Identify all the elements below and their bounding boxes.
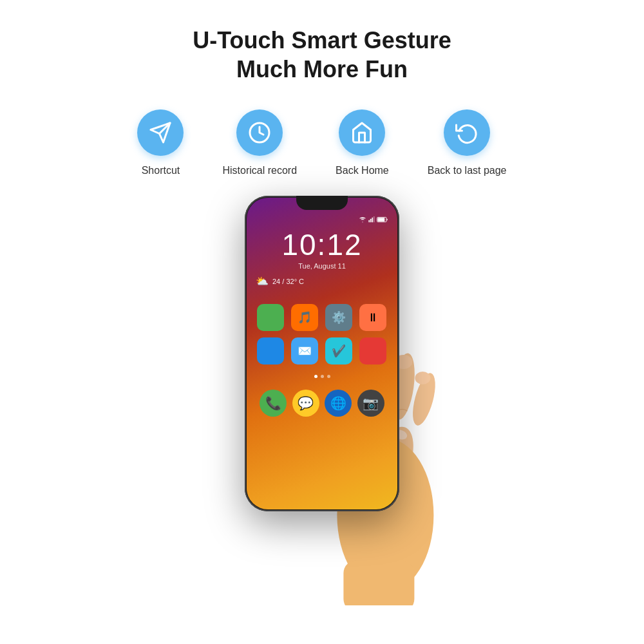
weather-temp: 24 / 32° C <box>272 278 304 285</box>
send-icon <box>149 121 172 144</box>
app-icon-5 <box>257 337 284 365</box>
clock-date: Tue, August 11 <box>247 262 397 270</box>
svg-rect-16 <box>343 560 414 605</box>
clock-icon <box>248 121 271 144</box>
weather-icon: ⛅ <box>256 275 269 287</box>
feature-historical-record: Historical record <box>222 109 297 176</box>
svg-point-3 <box>363 222 363 223</box>
app-icon-4: ⏸ <box>359 304 386 331</box>
feature-back-last-page: Back to last page <box>428 109 507 176</box>
svg-rect-7 <box>374 216 375 222</box>
app-icon-6: ✉️ <box>291 337 318 365</box>
dot-2 <box>321 375 324 378</box>
svg-rect-4 <box>368 220 370 222</box>
weather-section: ⛅ 24 / 32° C <box>247 271 397 291</box>
svg-rect-6 <box>372 218 373 223</box>
hand-container: 10:12 Tue, August 11 ⛅ 24 / 32° C 🎵 ⚙️ ⏸ <box>206 196 438 582</box>
clock-time: 10:12 <box>247 230 397 260</box>
page-title: U-Touch Smart Gesture Much More Fun <box>193 26 451 84</box>
dot-1 <box>314 375 317 378</box>
svg-rect-5 <box>370 219 372 222</box>
svg-point-21 <box>415 372 430 384</box>
historical-record-label: Historical record <box>222 165 297 176</box>
phone-notch <box>296 196 348 210</box>
feature-shortcut: Shortcut <box>137 109 184 176</box>
app-icon-3: ⚙️ <box>325 304 352 331</box>
back-home-icon-circle <box>339 109 385 156</box>
features-row: Shortcut Historical record Back Home <box>137 109 506 176</box>
phone-mockup: 10:12 Tue, August 11 ⛅ 24 / 32° C 🎵 ⚙️ ⏸ <box>245 196 399 511</box>
feature-back-home: Back Home <box>336 109 389 176</box>
page-container: U-Touch Smart Gesture Much More Fun Shor… <box>0 0 644 644</box>
app-icon-2: 🎵 <box>291 304 318 331</box>
clock-section: 10:12 Tue, August 11 <box>247 226 397 271</box>
svg-rect-9 <box>378 218 385 221</box>
historical-record-icon-circle <box>236 109 283 156</box>
back-last-page-icon-circle <box>444 109 490 156</box>
dock: 📞 💬 🌐 📷 <box>247 384 397 422</box>
dot-3 <box>327 375 330 378</box>
phone-screen: 10:12 Tue, August 11 ⛅ 24 / 32° C 🎵 ⚙️ ⏸ <box>247 198 397 509</box>
app-icon-1 <box>257 304 284 331</box>
home-icon <box>350 121 374 144</box>
app-icon-8 <box>359 337 386 365</box>
dock-chat: 💬 <box>292 390 319 417</box>
undo-icon <box>455 121 478 144</box>
app-icon-7: ✔️ <box>325 337 352 365</box>
back-last-page-label: Back to last page <box>428 165 507 176</box>
dock-camera: 📷 <box>357 390 384 417</box>
phone-section: 10:12 Tue, August 11 ⛅ 24 / 32° C 🎵 ⚙️ ⏸ <box>206 196 438 582</box>
page-dots <box>247 371 397 382</box>
dock-browser: 🌐 <box>325 390 352 417</box>
title-section: U-Touch Smart Gesture Much More Fun <box>193 26 451 84</box>
shortcut-icon-circle <box>137 109 184 156</box>
app-grid: 🎵 ⚙️ ⏸ ✉️ ✔️ <box>247 298 397 371</box>
back-home-label: Back Home <box>336 165 389 176</box>
dock-phone: 📞 <box>260 390 287 417</box>
signal-icon <box>368 216 375 223</box>
status-icons <box>359 216 388 223</box>
shortcut-label: Shortcut <box>142 165 180 176</box>
battery-icon <box>377 216 388 223</box>
wifi-icon <box>359 216 366 223</box>
